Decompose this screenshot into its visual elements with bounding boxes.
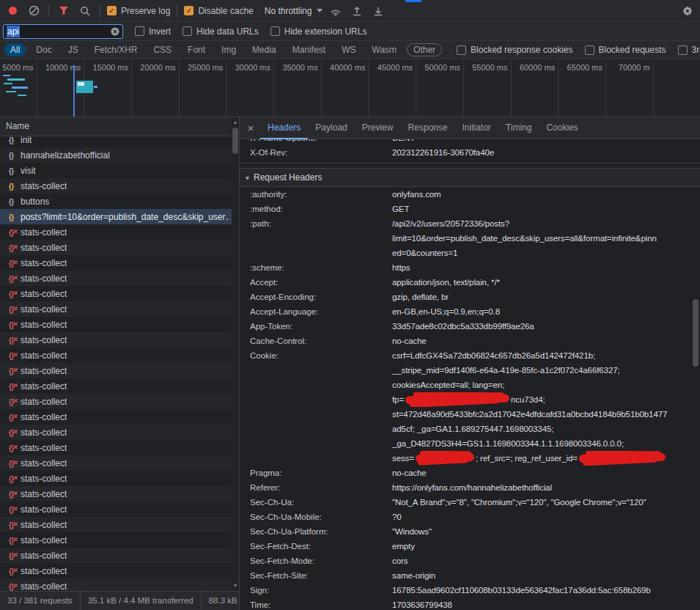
request-error-icon: {} xyxy=(6,320,16,329)
request-name: stats-collect xyxy=(21,412,67,422)
request-row[interactable]: {}stats-collect xyxy=(0,363,232,378)
tab-cookies[interactable]: Cookies xyxy=(539,117,585,139)
scrollbar-thumb[interactable] xyxy=(232,128,238,154)
tab-preview[interactable]: Preview xyxy=(355,117,401,139)
hide-data-urls-checkbox[interactable]: Hide data URLs xyxy=(183,26,259,37)
devtools-network-panel: Preserve log Disable cache No throttling xyxy=(0,0,700,610)
request-row[interactable]: {}stats-collect xyxy=(0,301,232,317)
request-row[interactable]: {}hannahelizabethofficial xyxy=(0,147,232,163)
filter-chip-ws[interactable]: WS xyxy=(336,43,361,56)
name-column-header[interactable]: Name xyxy=(0,117,239,136)
filter-chip-img[interactable]: Img xyxy=(215,43,242,56)
request-row[interactable]: {}stats-collect xyxy=(0,517,232,532)
request-list-scrollbar[interactable]: ▲ ▼ xyxy=(232,117,239,591)
timeline-gridline xyxy=(558,59,559,117)
scroll-up-icon[interactable]: ▲ xyxy=(232,118,239,127)
tab-headers[interactable]: Headers xyxy=(260,117,308,139)
filter-chip-js[interactable]: JS xyxy=(62,43,84,56)
request-row[interactable]: {}stats-collect xyxy=(0,224,232,240)
filter-chip-media[interactable]: Media xyxy=(246,43,282,56)
request-row[interactable]: {}stats-collect xyxy=(0,409,232,425)
filter-button[interactable] xyxy=(56,3,72,19)
clear-filter-icon[interactable] xyxy=(111,27,119,36)
timeline-overview[interactable]: 5000 ms10000 ms15000 ms20000 ms25000 ms3… xyxy=(0,59,700,117)
settings-button[interactable] xyxy=(679,3,696,19)
request-type-filter-bar: AllDocJSFetch/XHRCSSFontImgMediaManifest… xyxy=(0,41,700,59)
request-name: stats-collect xyxy=(21,335,67,345)
request-row[interactable]: {}stats-collect xyxy=(0,348,232,363)
request-error-icon: {} xyxy=(6,536,16,545)
filter-chip-doc[interactable]: Doc xyxy=(30,43,57,56)
export-har-button[interactable] xyxy=(370,3,386,19)
close-details-icon[interactable]: × xyxy=(241,122,260,134)
request-headers-section[interactable]: ▾ Request Headers xyxy=(240,168,700,187)
request-row[interactable]: {}stats-collect xyxy=(0,394,232,409)
tab-initiator[interactable]: Initiator xyxy=(454,117,498,139)
filter-chip-wasm[interactable]: Wasm xyxy=(366,43,403,56)
request-row[interactable]: {}stats-collect xyxy=(0,563,232,578)
preserve-log-checkbox[interactable]: Preserve log xyxy=(107,6,170,16)
filter-input[interactable]: api xyxy=(3,24,123,39)
request-row[interactable]: {}stats-collect xyxy=(0,271,232,286)
request-row[interactable]: {}stats-collect xyxy=(0,178,232,194)
header-value-line: csrf=LdfcGX4Sa72db06824c657db26a5d142472… xyxy=(392,348,690,363)
header-value: ?0 xyxy=(392,510,700,524)
request-row[interactable]: {}stats-collect xyxy=(0,286,232,301)
request-row[interactable]: {}stats-collect xyxy=(0,471,232,486)
request-error-icon: {} xyxy=(6,243,16,252)
timeline-label: 10000 ms xyxy=(45,63,84,72)
tab-response[interactable]: Response xyxy=(400,117,454,139)
request-name: stats-collect xyxy=(21,304,67,315)
header-row: Sec-Ch-Ua-Mobile:?0 xyxy=(240,510,700,524)
request-error-icon: {} xyxy=(6,305,16,314)
header-value-line: en-GB,en-US;q=0.9,en;q=0.8 xyxy=(392,304,690,319)
invert-checkbox[interactable]: Invert xyxy=(135,26,171,37)
header-value-line: same-origin xyxy=(392,568,690,583)
clear-button[interactable] xyxy=(26,3,42,19)
header-row: Sign:16785:5aad9602cf110608b03133de56364… xyxy=(240,583,700,598)
waterfall-bar xyxy=(7,78,25,81)
request-row[interactable]: {}visit xyxy=(0,163,232,178)
request-error-icon: {} xyxy=(6,274,16,283)
request-error-icon: {} xyxy=(6,505,16,514)
hide-extension-urls-checkbox[interactable]: Hide extension URLs xyxy=(270,26,367,37)
blocked-response-cookies-checkbox[interactable]: Blocked response cookies xyxy=(457,45,572,55)
request-row[interactable]: {}stats-collect xyxy=(0,532,232,548)
request-row[interactable]: {}posts?limit=10&order=publish_date_desc… xyxy=(0,209,232,224)
header-value-line: fp=ncu73d4; xyxy=(392,392,690,407)
disable-cache-checkbox[interactable]: Disable cache xyxy=(184,6,253,16)
filter-chip-other[interactable]: Other xyxy=(407,43,442,56)
request-row[interactable]: {}stats-collect xyxy=(0,317,232,332)
filter-chip-font[interactable]: Font xyxy=(182,43,211,56)
tab-payload[interactable]: Payload xyxy=(308,117,354,139)
tab-timing[interactable]: Timing xyxy=(498,117,539,139)
filter-chip-css[interactable]: CSS xyxy=(147,43,177,56)
network-conditions-button[interactable] xyxy=(328,3,344,19)
request-row[interactable]: {}stats-collect xyxy=(0,332,232,348)
blocked-requests-checkbox[interactable]: Blocked requests xyxy=(585,45,666,55)
details-scrollbar-thumb[interactable] xyxy=(693,299,699,367)
scroll-down-icon[interactable]: ▼ xyxy=(232,581,239,590)
request-row[interactable]: {}init xyxy=(0,136,232,147)
request-row[interactable]: {}stats-collect xyxy=(0,425,232,440)
request-row[interactable]: {}stats-collect xyxy=(0,501,232,517)
request-row[interactable]: {}stats-collect xyxy=(0,255,232,271)
request-row[interactable]: {}stats-collect xyxy=(0,486,232,501)
filter-chip-all[interactable]: All xyxy=(4,43,26,56)
request-row[interactable]: {}stats-collect xyxy=(0,378,232,394)
search-button[interactable] xyxy=(77,3,93,19)
timeline-label: 15000 ms xyxy=(93,63,131,72)
request-name: stats-collect xyxy=(21,181,67,191)
request-row[interactable]: {}stats-collect xyxy=(0,240,232,255)
filter-chip-fetch-xhr[interactable]: Fetch/XHR xyxy=(89,43,144,56)
request-row[interactable]: {}stats-collect xyxy=(0,548,232,563)
filter-chip-manifest[interactable]: Manifest xyxy=(287,43,331,56)
throttling-select[interactable]: No throttling xyxy=(265,6,323,16)
request-row[interactable]: {}stats-collect xyxy=(0,455,232,471)
3rd-party-requests-checkbox[interactable]: 3rd-party requests xyxy=(678,45,700,55)
record-button[interactable] xyxy=(4,3,21,19)
request-row[interactable]: {}stats-collect xyxy=(0,578,232,591)
request-row[interactable]: {}buttons xyxy=(0,194,232,209)
import-har-button[interactable] xyxy=(349,3,365,19)
request-row[interactable]: {}stats-collect xyxy=(0,440,232,455)
